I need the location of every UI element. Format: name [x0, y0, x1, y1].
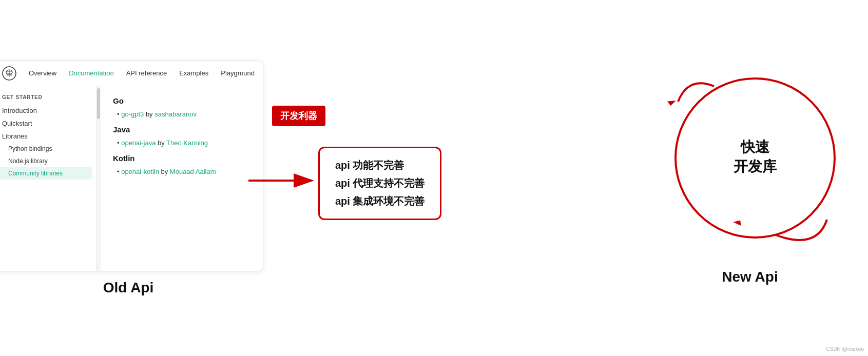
sidebar-section-title: GET STARTED [0, 94, 96, 104]
watermark: CSDN @miukoo [826, 346, 864, 352]
new-api-label: New Api [722, 269, 778, 285]
kotlin-by-text: by [159, 168, 170, 175]
nav-examples[interactable]: Examples [179, 69, 208, 77]
openai-logo-icon [2, 66, 16, 81]
sidebar-item-python[interactable]: Python bindings [0, 143, 96, 155]
nav-overview[interactable]: Overview [29, 69, 56, 77]
old-api-label: Old Api [103, 280, 154, 296]
go-author[interactable]: sashabaranov [155, 110, 197, 118]
java-author[interactable]: Theo Kanning [166, 139, 208, 147]
svg-text:开发库: 开发库 [733, 158, 777, 174]
go-gpt3-link[interactable]: go-gpt3 [121, 110, 144, 118]
content-item-java: openai-java by Theo Kanning [113, 139, 250, 147]
issues-box: api 功能不完善 api 代理支持不完善 api 集成环境不完善 [318, 147, 441, 220]
issue-2: api 代理支持不完善 [335, 176, 425, 190]
content-item-kotlin: openai-kotlin by Mouaad Aallam [113, 168, 250, 175]
content-item-go: go-gpt3 by sashabaranov [113, 110, 250, 118]
sidebar-item-quickstart[interactable]: Quickstart [0, 117, 96, 130]
left-column: Overview Documentation API reference Exa… [21, 61, 236, 296]
right-column: 快速 开发库 New Api [652, 71, 847, 285]
dev-badge: 开发利器 [272, 106, 325, 126]
doc-layout: GET STARTED Introduction Quickstart Libr… [0, 86, 263, 271]
section-java: Java [113, 125, 250, 134]
section-go: Go [113, 96, 250, 105]
sidebar: GET STARTED Introduction Quickstart Libr… [0, 86, 97, 271]
sidebar-item-libraries[interactable]: Libraries [0, 130, 96, 143]
kotlin-author[interactable]: Mouaad Aallam [170, 168, 216, 175]
sidebar-item-nodejs[interactable]: Node.js library [0, 155, 96, 167]
nav-bar: Overview Documentation API reference Exa… [0, 61, 263, 86]
openai-java-link[interactable]: openai-java [121, 139, 156, 147]
nav-playground[interactable]: Playground [221, 69, 255, 77]
section-kotlin: Kotlin [113, 154, 250, 163]
svg-marker-4 [666, 97, 676, 107]
svg-text:快速: 快速 [740, 139, 770, 155]
issue-3: api 集成环境不完善 [335, 194, 425, 208]
java-by-text: by [156, 139, 166, 147]
svg-point-3 [676, 78, 835, 238]
circle-diagram: 快速 开发库 [663, 71, 837, 255]
nav-documentation[interactable]: Documentation [69, 69, 113, 77]
openai-kotlin-link[interactable]: openai-kotlin [121, 168, 159, 175]
right-arrow-icon [246, 171, 318, 190]
center-column: 开发利器 api 功能不完善 api 代理支持不完善 api 集成环境不完善 [236, 136, 652, 220]
issue-1: api 功能不完善 [335, 159, 425, 172]
sidebar-item-introduction[interactable]: Introduction [0, 104, 96, 117]
browser-mockup: Overview Documentation API reference Exa… [0, 61, 263, 271]
scrollbar-thumb [97, 88, 100, 119]
scrollbar[interactable] [97, 86, 101, 271]
nav-api-reference[interactable]: API reference [126, 69, 167, 77]
go-by-text: by [144, 110, 155, 118]
sidebar-item-community[interactable]: Community libraries [0, 167, 92, 180]
